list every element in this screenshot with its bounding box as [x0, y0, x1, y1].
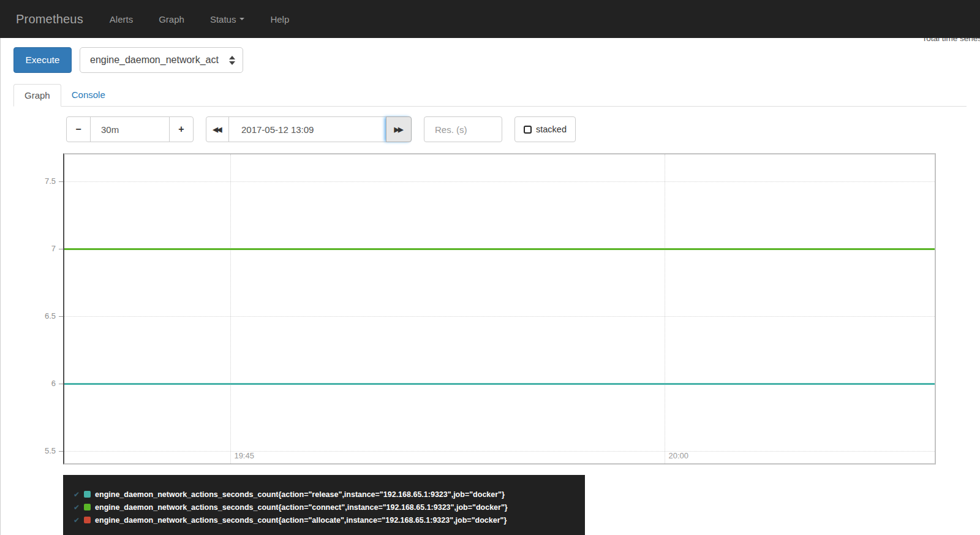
nav-item-label: Status: [210, 14, 236, 25]
x-tick-label: 20:00: [668, 451, 688, 460]
y-tick-label: 6.5: [30, 311, 56, 321]
y-tick-label: 5.5: [30, 446, 56, 455]
nav-item-label: Graph: [159, 14, 184, 25]
plot-area: 5.566.577.519:4520:00: [64, 154, 935, 463]
tab-console[interactable]: Console: [61, 84, 116, 107]
time-input-group: ◀◀ ▶▶: [206, 116, 412, 142]
y-tick-mark: [59, 384, 63, 384]
select-updown-icon: [229, 56, 235, 65]
range-input-group: − +: [66, 116, 194, 142]
range-increase-button[interactable]: +: [169, 116, 194, 142]
chevron-down-icon: [239, 18, 244, 20]
x-tick-label: 19:45: [234, 451, 254, 460]
metric-select-value: engine_daemon_network_act: [90, 55, 225, 66]
graph-controls: − + ◀◀ ▶▶ stacked: [66, 116, 980, 142]
chart-legend: ✔engine_daemon_network_actions_seconds_c…: [63, 475, 585, 535]
range-decrease-button[interactable]: −: [66, 116, 91, 142]
nav-item-label: Alerts: [110, 14, 133, 25]
legend-row-allocate[interactable]: ✔engine_daemon_network_actions_seconds_c…: [74, 514, 585, 526]
tab-graph[interactable]: Graph: [13, 84, 61, 107]
v-gridline: [230, 154, 231, 463]
h-gridline: [64, 451, 935, 452]
series-line-release[interactable]: [64, 383, 935, 385]
legend-label: engine_daemon_network_actions_seconds_co…: [95, 490, 505, 499]
stacked-toggle[interactable]: stacked: [514, 116, 576, 142]
nav-item-status[interactable]: Status: [197, 14, 258, 25]
stacked-label: stacked: [536, 124, 567, 134]
legend-label: engine_daemon_network_actions_seconds_co…: [95, 503, 508, 512]
rewind-button[interactable]: ◀◀: [206, 116, 229, 142]
nav-item-graph[interactable]: Graph: [146, 14, 197, 25]
legend-swatch: [84, 504, 91, 510]
execute-button[interactable]: Execute: [13, 47, 72, 73]
navbar-items: AlertsGraphStatusHelp: [97, 14, 302, 25]
window-edge: [0, 38, 1, 535]
check-icon: ✔: [74, 517, 80, 524]
chart[interactable]: 5.566.577.519:4520:00: [63, 153, 936, 465]
nav-item-help[interactable]: Help: [257, 14, 302, 25]
fast-forward-icon: ▶▶: [394, 126, 402, 134]
metric-select[interactable]: engine_daemon_network_act: [80, 47, 243, 73]
y-tick-label: 7: [30, 244, 56, 253]
check-icon: ✔: [74, 491, 80, 498]
h-gridline: [64, 316, 935, 317]
y-tick-mark: [59, 249, 63, 249]
tab-bar: Graph Console: [13, 84, 967, 107]
nav-item-label: Help: [270, 14, 289, 25]
query-row: Execute engine_daemon_network_act: [13, 47, 980, 73]
resolution-input[interactable]: [424, 116, 502, 142]
series-line-connect[interactable]: [64, 248, 935, 250]
range-input[interactable]: [90, 116, 170, 142]
check-icon: ✔: [74, 504, 80, 511]
y-tick-mark: [59, 181, 63, 182]
stacked-checkbox-icon: [524, 126, 532, 134]
v-gridline: [665, 154, 665, 463]
legend-label: engine_daemon_network_actions_seconds_co…: [95, 516, 507, 525]
legend-row-connect[interactable]: ✔engine_daemon_network_actions_seconds_c…: [74, 501, 585, 514]
y-tick-label: 7.5: [30, 176, 56, 186]
rewind-icon: ◀◀: [213, 126, 221, 134]
nav-item-alerts[interactable]: Alerts: [97, 14, 146, 25]
navbar: Prometheus AlertsGraphStatusHelp: [0, 0, 980, 38]
h-gridline: [64, 181, 935, 182]
y-tick-mark: [59, 451, 63, 452]
y-tick-label: 6: [30, 379, 56, 388]
y-tick-mark: [59, 316, 63, 317]
legend-swatch: [84, 491, 91, 498]
legend-row-release[interactable]: ✔engine_daemon_network_actions_seconds_c…: [74, 488, 585, 501]
app-brand[interactable]: Prometheus: [16, 12, 83, 26]
end-time-input[interactable]: [228, 116, 386, 142]
legend-swatch: [84, 517, 91, 523]
fast-forward-button[interactable]: ▶▶: [386, 116, 412, 142]
